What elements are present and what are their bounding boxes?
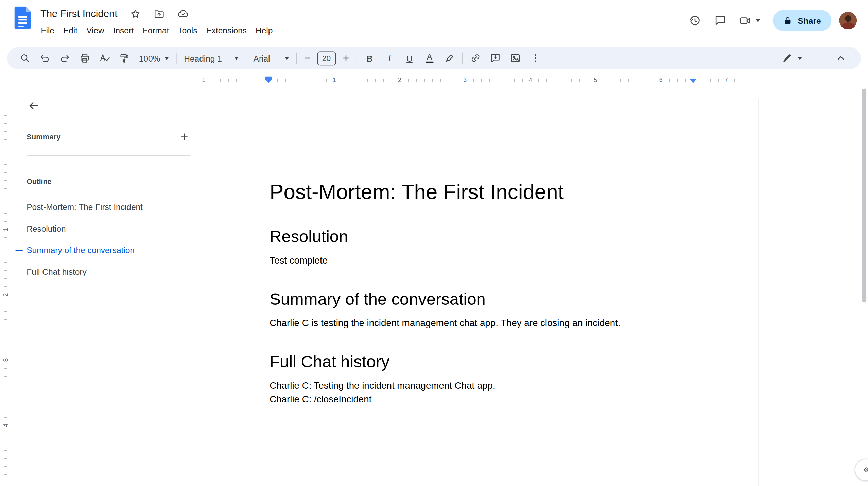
add-summary-button[interactable]: [177, 130, 191, 144]
vertical-scrollbar[interactable]: [862, 89, 866, 303]
hide-menus-button[interactable]: [831, 50, 851, 67]
left-indent-marker[interactable]: [265, 77, 272, 83]
doc-paragraph[interactable]: Charlie C is testing the incident manage…: [270, 317, 692, 330]
outline-item[interactable]: Post-Mortem: The First Incident: [11, 196, 199, 218]
ruler-number: 7: [722, 76, 731, 85]
menu-file[interactable]: File: [37, 23, 59, 37]
highlighter-icon: [444, 53, 455, 64]
spell-check-icon: [99, 53, 110, 64]
zoom-select[interactable]: 100%: [135, 50, 174, 67]
document-title[interactable]: The First Incident: [40, 8, 118, 20]
right-indent-marker[interactable]: [690, 79, 696, 83]
undo-button[interactable]: [35, 50, 55, 67]
text-color-icon: A: [426, 53, 433, 63]
move-folder-icon[interactable]: [153, 8, 165, 20]
spell-check-button[interactable]: [95, 50, 115, 67]
bold-button[interactable]: B: [360, 50, 380, 67]
search-menus-button[interactable]: [15, 50, 35, 67]
doc-section-heading[interactable]: Resolution: [270, 227, 692, 247]
ruler-number: 4: [2, 420, 10, 430]
video-call-button[interactable]: [733, 10, 766, 32]
menu-format[interactable]: Format: [138, 23, 173, 37]
image-icon: [510, 53, 521, 64]
ruler-number: 3: [461, 76, 469, 85]
toolbar-divider: [296, 52, 297, 64]
paint-format-button[interactable]: [115, 50, 135, 67]
star-icon[interactable]: [129, 8, 141, 20]
doc-paragraph[interactable]: Charlie C: /closeIncident: [270, 393, 692, 405]
summary-row: Summary: [27, 130, 191, 144]
share-label: Share: [798, 16, 821, 25]
vertical-ruler[interactable]: 1 2 3 4: [0, 86, 11, 486]
toolbar-divider: [357, 52, 357, 64]
comments-button[interactable]: [708, 10, 733, 32]
text-color-label: A: [427, 53, 432, 61]
outline-label: Outline: [27, 177, 51, 185]
toolbar-divider: [176, 52, 177, 64]
docs-logo-fold: [26, 7, 31, 12]
insert-image-button[interactable]: [505, 50, 525, 67]
bold-label: B: [367, 53, 373, 63]
doc-section-heading[interactable]: Full Chat history: [270, 352, 692, 372]
text-color-button[interactable]: A: [419, 50, 439, 67]
ruler-number: 5: [591, 76, 600, 85]
header-right: Share: [682, 8, 868, 33]
kebab-menu-icon: [530, 53, 541, 64]
close-outline-button[interactable]: [25, 98, 42, 114]
italic-button[interactable]: I: [380, 50, 400, 67]
font-select[interactable]: Arial: [249, 50, 293, 67]
outline-item-label: Summary of the conversation: [27, 246, 135, 255]
undo-icon: [39, 53, 51, 64]
ruler-number: 2: [395, 76, 404, 85]
doc-paragraph[interactable]: Test complete: [270, 254, 692, 267]
outline-panel: Summary Outline Post-Mortem: The First I…: [11, 86, 199, 486]
google-docs-app: The First Incident File Edit View Ins: [0, 0, 868, 486]
summary-label: Summary: [27, 133, 60, 141]
ruler-number: 2: [2, 290, 10, 300]
menu-edit[interactable]: Edit: [59, 23, 82, 37]
more-options-button[interactable]: [525, 50, 545, 67]
doc-title-heading[interactable]: Post-Mortem: The First Incident: [270, 179, 692, 204]
version-history-button[interactable]: [682, 10, 708, 32]
lock-icon: [783, 16, 792, 25]
cloud-status-icon[interactable]: [177, 8, 189, 20]
toolbar: 100% Heading 1 Arial 20 B I U A: [7, 47, 861, 69]
outline-item[interactable]: Full Chat history: [11, 261, 199, 283]
increase-font-size-button[interactable]: [338, 50, 354, 67]
menu-insert[interactable]: Insert: [109, 23, 138, 37]
add-comment-button[interactable]: [485, 50, 505, 67]
doc-section-heading[interactable]: Summary of the conversation: [270, 289, 692, 309]
plus-icon: [341, 53, 351, 63]
caret-down-icon: [234, 57, 239, 60]
outline-item[interactable]: Resolution: [11, 218, 199, 239]
document-page[interactable]: Post-Mortem: The First Incident Resoluti…: [204, 99, 758, 486]
avatar[interactable]: [839, 12, 857, 29]
redo-button[interactable]: [55, 50, 75, 67]
horizontal-ruler[interactable]: 1 1 2 3 4 5 6 7: [0, 73, 868, 86]
decrease-font-size-button[interactable]: [299, 50, 315, 67]
docs-logo[interactable]: [14, 7, 31, 29]
outline-item-label: Post-Mortem: The First Incident: [27, 202, 143, 212]
outline-item-active[interactable]: Summary of the conversation: [11, 239, 199, 261]
share-button[interactable]: Share: [773, 10, 831, 31]
comments-icon: [714, 14, 727, 27]
menu-view[interactable]: View: [82, 23, 109, 37]
doc-paragraph[interactable]: Charlie C: Testing the incident manageme…: [270, 380, 692, 392]
paragraph-style-value: Heading 1: [184, 53, 222, 63]
underline-label: U: [406, 53, 413, 63]
ruler-number: 1: [199, 76, 208, 85]
document-canvas: Post-Mortem: The First Incident Resoluti…: [199, 86, 868, 486]
underline-button[interactable]: U: [400, 50, 420, 67]
version-history-icon: [689, 14, 701, 27]
highlight-color-button[interactable]: [439, 50, 459, 67]
editing-mode-button[interactable]: [776, 50, 808, 67]
print-button[interactable]: [75, 50, 95, 67]
insert-link-button[interactable]: [465, 50, 485, 67]
font-size-input[interactable]: 20: [317, 51, 336, 65]
menu-tools[interactable]: Tools: [173, 23, 202, 37]
redo-icon: [59, 53, 70, 64]
menu-extensions[interactable]: Extensions: [202, 23, 251, 37]
paragraph-style-select[interactable]: Heading 1: [179, 50, 243, 67]
menu-help[interactable]: Help: [251, 23, 277, 37]
ruler-number: 6: [657, 76, 665, 85]
